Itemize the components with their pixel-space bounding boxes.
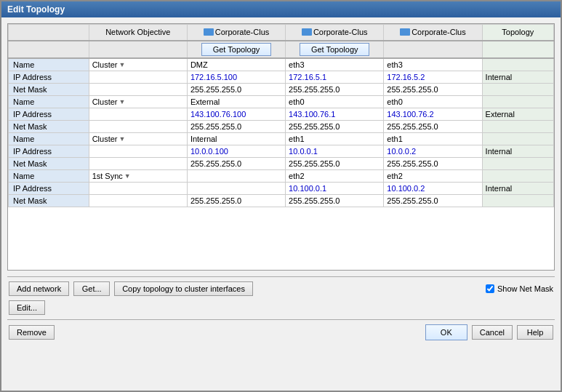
col4-mask-g1: 255.255.255.0	[286, 83, 384, 95]
ip-empty-g1	[89, 71, 187, 83]
topology-ip-g3: Internal	[482, 145, 553, 157]
remove-button[interactable]: Remove	[9, 325, 55, 340]
show-net-mask-label: Show Net Mask	[497, 284, 553, 293]
col3-ip-g4	[187, 182, 285, 194]
col-network-objective-header: Network Objective	[89, 25, 187, 41]
dropdown-arrow-g2[interactable]: ▼	[119, 98, 125, 105]
cluster-icon-3	[400, 28, 410, 36]
topology-mask-g3	[482, 157, 553, 169]
col4-ip-g1: 172.16.5.1	[286, 71, 384, 83]
dropdown-arrow-g1[interactable]: ▼	[119, 61, 125, 68]
name-label-g1: Name	[9, 58, 89, 71]
col4-mask-g4: 255.255.255.0	[286, 194, 384, 207]
mask-empty-g2	[89, 120, 187, 132]
col4-ip-g3: 10.0.0.1	[286, 145, 384, 157]
name-value-g4: 1st Sync ▼	[89, 169, 187, 182]
ip-label-g4: IP Address	[9, 182, 89, 194]
table-row: IP Address 10.100.0.1 10.100.0.2 Interna…	[9, 182, 554, 194]
table-row: Name Cluster ▼ External eth0 eth0	[9, 95, 554, 108]
name-label-g4: Name	[9, 169, 89, 182]
topology-table: Network Objective Corporate-Clus Corpora…	[8, 24, 554, 207]
col3-mask-g3: 255.255.255.0	[187, 157, 285, 169]
col5-name-g2: eth0	[384, 95, 482, 108]
table-row: Net Mask 255.255.255.0 255.255.255.0 255…	[9, 120, 554, 132]
col-cluster3-header: Corporate-Clus	[384, 25, 482, 41]
ip-label-g1: IP Address	[9, 71, 89, 83]
col5-ip-g3: 10.0.0.2	[384, 145, 482, 157]
topology-mask-g1	[482, 83, 553, 95]
title-bar: Edit Topology	[1, 1, 561, 17]
col-netobjsub	[89, 41, 187, 58]
table-row: Name Cluster ▼ DMZ eth3 eth3	[9, 58, 554, 71]
col3-mask-g4: 255.255.255.0	[187, 194, 285, 207]
separator-2	[7, 319, 555, 320]
topology-g3	[482, 132, 553, 145]
mask-empty-g4	[89, 194, 187, 207]
table-row: Name 1st Sync ▼ eth2 eth2	[9, 169, 554, 182]
show-net-mask-checkbox[interactable]	[486, 284, 494, 293]
copy-topology-button[interactable]: Copy topology to cluster interfaces	[114, 281, 253, 296]
table-row: Net Mask 255.255.255.0 255.255.255.0 255…	[9, 157, 554, 169]
cancel-button[interactable]: Cancel	[472, 325, 513, 340]
get-topology-btn-1[interactable]: Get Topology	[201, 43, 271, 56]
table-row: Net Mask 255.255.255.0 255.255.255.0 255…	[9, 83, 554, 95]
col5-mask-g1: 255.255.255.0	[384, 83, 482, 95]
net-obj-g1: DMZ	[187, 58, 285, 71]
ip-empty-g2	[89, 108, 187, 120]
col-cluster2-header: Corporate-Clus	[286, 25, 384, 41]
col4-mask-g2: 255.255.255.0	[286, 120, 384, 132]
show-net-mask-area: Show Net Mask	[486, 284, 553, 293]
topology-mask-g4	[482, 194, 553, 207]
mask-label-g3: Net Mask	[9, 157, 89, 169]
get-topology-btn-2[interactable]: Get Topology	[300, 43, 369, 56]
table-row: IP Address 143.100.76.100 143.100.76.1 1…	[9, 108, 554, 120]
col4-ip-g2: 143.100.76.1	[286, 108, 384, 120]
net-obj-g4	[187, 169, 285, 182]
table-row: Net Mask 255.255.255.0 255.255.255.0 255…	[9, 194, 554, 207]
mask-label-g2: Net Mask	[9, 120, 89, 132]
edit-button[interactable]: Edit...	[9, 300, 45, 315]
col-get-topo-2-cell: Get Topology	[286, 41, 384, 58]
col4-name-g1: eth3	[286, 58, 384, 71]
header-row-1: Network Objective Corporate-Clus Corpora…	[9, 25, 554, 41]
name-label-g3: Name	[9, 132, 89, 145]
net-obj-g3: Internal	[187, 132, 285, 145]
col5-name-g1: eth3	[384, 58, 482, 71]
remove-area: Remove	[9, 325, 55, 340]
mask-label-g1: Net Mask	[9, 83, 89, 95]
topology-g4	[482, 169, 553, 182]
col4-name-g3: eth1	[286, 132, 384, 145]
mask-empty-g1	[89, 83, 187, 95]
net-obj-g2: External	[187, 95, 285, 108]
cluster-icon-2	[302, 28, 312, 36]
dropdown-arrow-g3[interactable]: ▼	[119, 135, 125, 143]
col3-ip-g3: 10.0.0.100	[187, 145, 285, 157]
col-get-topo-1-cell: Get Topology	[187, 41, 285, 58]
content-area: Network Objective Corporate-Clus Corpora…	[1, 17, 561, 346]
col3-mask-g1: 255.255.255.0	[187, 83, 285, 95]
col5-mask-g2: 255.255.255.0	[384, 120, 482, 132]
add-network-button[interactable]: Add network	[9, 281, 69, 296]
col3-ip-g1: 172.16.5.100	[187, 71, 285, 83]
mask-empty-g3	[89, 157, 187, 169]
name-label-g2: Name	[9, 95, 89, 108]
cluster-icon-1	[204, 28, 214, 36]
footer-row-2: Edit...	[7, 300, 555, 315]
dialog-buttons: OK Cancel Help	[425, 324, 553, 340]
help-button[interactable]: Help	[517, 325, 553, 340]
col4-ip-g4: 10.100.0.1	[286, 182, 384, 194]
dropdown-arrow-g4[interactable]: ▼	[124, 172, 131, 180]
ip-label-g3: IP Address	[9, 145, 89, 157]
topology-g2	[482, 95, 553, 108]
ok-button[interactable]: OK	[425, 324, 467, 340]
table-row: IP Address 172.16.5.100 172.16.5.1 172.1…	[9, 71, 554, 83]
name-value-g2: Cluster ▼	[89, 95, 187, 108]
col-cluster1-header: Corporate-Clus	[187, 25, 285, 41]
col5-mask-g4: 255.255.255.0	[384, 194, 482, 207]
get-button[interactable]: Get...	[73, 281, 110, 296]
col-empty-sub	[9, 41, 89, 58]
col5-ip-g1: 172.16.5.2	[384, 71, 482, 83]
col-empty-header	[9, 25, 89, 41]
mask-label-g4: Net Mask	[9, 194, 89, 207]
topology-mask-g2	[482, 120, 553, 132]
